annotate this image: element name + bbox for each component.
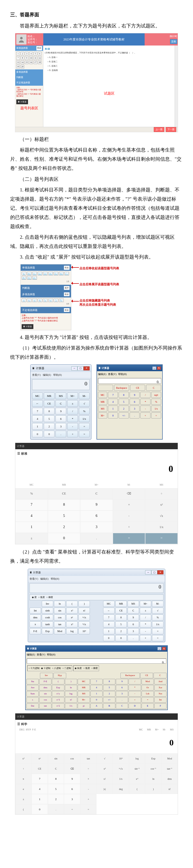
calc-key[interactable]: ± [15,533,48,544]
question-number[interactable]: 3.? [32,299,37,302]
nav2-group1[interactable]: 单项选择题 [22,265,35,270]
calc-key[interactable]: 0 [32,431,43,437]
calc-key[interactable]: - [67,423,78,430]
close-icon[interactable]: ✕ [84,366,90,370]
calc-key[interactable]: Backspace [114,385,129,391]
menu-help[interactable]: 帮助(H) [51,578,59,580]
calc-key[interactable]: / [67,408,78,414]
calc-key[interactable]: Inv [40,673,53,678]
prev-button[interactable]: 上一题 [154,127,164,132]
calc-key[interactable]: F-E [39,679,51,684]
calc-key[interactable]: cosh [42,615,53,621]
question-number[interactable]: 10 [29,56,33,60]
calc-key[interactable]: * [129,685,141,690]
question-number[interactable]: 19 [16,65,20,68]
calc-key[interactable]: sqrt [151,392,161,398]
question-number[interactable]: 12.? [38,272,42,275]
calc-key[interactable]: 4 [32,415,43,422]
calc-key[interactable]: 7 [90,679,103,684]
calc-key[interactable]: dms [161,774,178,784]
menu-help[interactable]: 帮助(H) [53,373,62,376]
calc-key[interactable]: tan⁻¹ [161,764,178,774]
calc-key[interactable]: ʸ√x [78,615,90,621]
calc-key[interactable]: 7 [32,408,43,414]
calc-key[interactable]: 9 [130,392,140,398]
calc-key[interactable]: x! [96,774,113,784]
option[interactable]: ○ B. 选项二 [47,60,176,64]
calc-key[interactable]: ÷ [145,488,178,499]
question-number[interactable]: 1 [16,52,20,55]
question-number[interactable]: 6.? [48,299,53,302]
calc-key[interactable]: MC [78,679,90,684]
calc-key[interactable]: dms [39,685,51,690]
calc-key[interactable]: = [79,423,90,430]
option[interactable]: ○ D. 选项四 [47,68,176,72]
question-number[interactable]: 7.? [54,299,58,302]
calc-key[interactable]: % [152,615,163,621]
calc-key[interactable]: 2 [115,628,127,634]
menu-view[interactable]: 查看(V) [32,373,41,376]
calc-key[interactable]: M+ [98,412,107,418]
calc-key[interactable]: C [146,385,161,391]
calc-key[interactable]: MS [128,601,139,607]
question-number[interactable]: 19.? [27,276,32,280]
calc-key[interactable]: 9 [64,774,80,784]
calc-key[interactable]: 9 [56,408,66,414]
calc-key[interactable]: ln [65,685,77,690]
calc-key[interactable]: - [140,405,150,412]
calc-key[interactable]: MC [98,392,107,398]
calc-key[interactable]: ln [54,601,65,607]
calc-key[interactable]: - [129,691,141,696]
question-number[interactable]: 18 [38,61,42,64]
expand-button-2[interactable]: 展开 [64,286,70,290]
calc-key[interactable]: 9 [128,615,139,621]
calc-key[interactable]: D [129,703,141,709]
question-number[interactable]: 15.? [54,272,58,275]
calc-key[interactable] [98,385,113,391]
calc-key[interactable]: = [152,635,163,641]
mem-key[interactable]: MR [48,481,80,488]
calc-key[interactable]: log [66,628,78,634]
calc-key[interactable]: MR [98,399,107,405]
calc-key[interactable]: 5 [48,784,64,794]
calc-key[interactable]: E [142,703,154,709]
calc-key[interactable]: 1 [32,423,43,430]
maximize-icon[interactable]: ▢ [77,366,84,370]
calc-key[interactable]: * [67,415,78,422]
angle-grad[interactable]: ○ 梯度 [46,595,53,599]
calc-key[interactable]: 7 [32,774,48,784]
calc-key[interactable]: 2 [48,522,80,533]
question-number[interactable]: 11.? [32,272,37,275]
calc-key[interactable]: 1/x [113,774,129,784]
menu-view[interactable]: 查看(V) [108,373,117,375]
calc-key[interactable]: ⌫ [64,764,80,774]
calc-key[interactable]: C [128,608,139,614]
calc-key[interactable]: F-E [30,628,41,634]
calc-key[interactable]: 8 [44,408,54,414]
calc-key[interactable]: = [151,412,161,418]
calc-key[interactable]: - [80,784,96,794]
menu-help[interactable]: 帮助(H) [47,653,56,656]
calc-key[interactable]: deg [113,784,129,794]
calc-key[interactable]: Sta [26,679,39,684]
calc-key[interactable]: 8 [115,615,127,621]
calc-key[interactable]: ( [66,601,78,607]
calc-key[interactable]: e [15,784,32,794]
mem-key[interactable]: MR [147,727,151,732]
question-number[interactable]: 3 [25,52,29,55]
calc-key[interactable]: - [113,510,145,522]
calc-key[interactable]: ln [145,774,161,784]
calc-key[interactable]: % [15,488,48,499]
calc-key[interactable]: 6 [128,621,139,627]
calc-key[interactable]: . [56,431,66,437]
calc-mode-tab[interactable]: ☰ 科学 [17,721,27,727]
calc-key[interactable]: ± [15,794,32,804]
calc-key[interactable]: C [116,703,128,709]
mem-key[interactable]: M+ [155,727,159,732]
calc-key[interactable]: 1 [32,794,48,804]
calc-key[interactable]: sinh [42,608,53,614]
question-number[interactable]: 18.? [22,276,26,280]
calc-key[interactable]: tan [54,621,65,627]
question-number[interactable]: 8.? [59,299,64,302]
calc-key[interactable]: / [140,615,151,621]
